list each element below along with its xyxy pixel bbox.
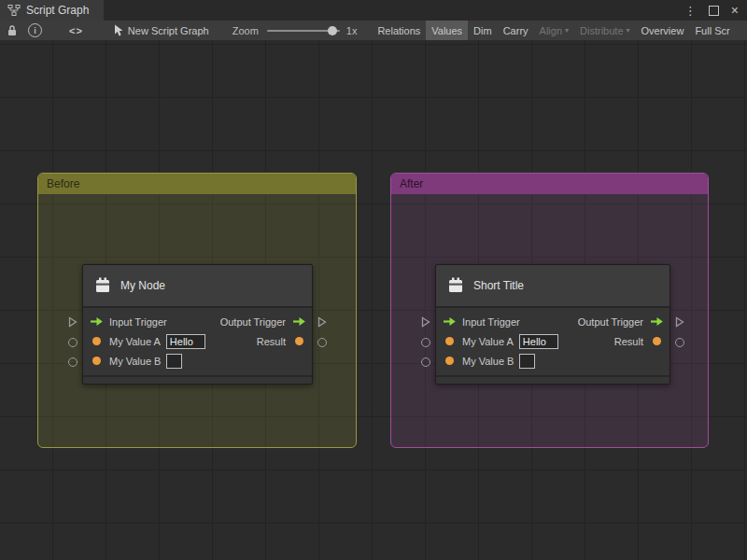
new-script-graph-label: New Script Graph <box>128 25 209 36</box>
node-footer <box>83 375 312 384</box>
fullscreen-button[interactable]: Full Scr <box>689 21 735 40</box>
value-port-icon[interactable] <box>442 356 457 367</box>
tab-script-graph[interactable]: Script Graph <box>0 0 104 21</box>
flow-out-icon[interactable] <box>649 316 664 328</box>
close-icon[interactable]: × <box>731 3 739 18</box>
dim-button[interactable]: Dim <box>468 21 498 40</box>
value-port-icon[interactable] <box>89 336 104 347</box>
value-port-icon[interactable] <box>89 356 104 367</box>
value-a-field[interactable] <box>166 334 205 349</box>
align-label: Align <box>540 25 562 36</box>
output-flow-port-icon[interactable] <box>675 316 684 328</box>
maximize-icon[interactable] <box>709 6 719 16</box>
port-label: My Value B <box>462 356 514 367</box>
port-row: Input Trigger Output Trigger <box>436 312 669 331</box>
port-row: My Value A Result <box>436 331 669 351</box>
port-row: Input Trigger Output Trigger <box>83 312 312 331</box>
value-a-field[interactable] <box>519 334 558 349</box>
pointer-icon <box>113 24 123 36</box>
port-label: My Value B <box>109 356 161 367</box>
align-dropdown[interactable]: Align ▾ <box>534 21 574 40</box>
value-b-field[interactable] <box>166 354 182 369</box>
group-after-header[interactable]: After <box>391 174 708 194</box>
zoom-label: Zoom <box>233 25 259 36</box>
output-value-port-icon[interactable] <box>317 338 327 347</box>
input-value-port-icon[interactable] <box>421 357 430 367</box>
unit-icon <box>93 276 112 295</box>
port-label: My Value A <box>462 336 514 347</box>
port-row: My Value A Result <box>83 331 312 351</box>
zoom-slider-knob[interactable] <box>328 26 337 35</box>
group-after-label: After <box>400 177 423 190</box>
carry-button[interactable]: Carry <box>498 21 534 40</box>
input-value-port-icon[interactable] <box>421 338 430 347</box>
node-title: Short Title <box>473 279 524 292</box>
node-my-node[interactable]: My Node Input Trigger Output Trigger <box>82 264 313 385</box>
flow-in-icon[interactable] <box>442 316 457 328</box>
input-value-port-icon[interactable] <box>68 338 78 347</box>
output-flow-port-icon[interactable] <box>317 316 327 328</box>
group-before-header[interactable]: Before <box>38 174 356 194</box>
lock-icon[interactable] <box>7 21 18 40</box>
script-graph-window: Script Graph ⋮ × i <> New Script Graph Z… <box>0 0 747 560</box>
code-icon[interactable]: <> <box>69 21 83 40</box>
tab-bar: Script Graph ⋮ × <box>0 0 747 21</box>
port-label: Result <box>614 336 643 347</box>
toolbar-buttons: Relations Values Dim Carry Align ▾ Distr… <box>372 21 735 40</box>
output-value-port-icon[interactable] <box>675 338 684 347</box>
port-label: Input Trigger <box>462 316 520 328</box>
node-header[interactable]: My Node <box>83 265 312 308</box>
window-controls: ⋮ × <box>684 0 747 21</box>
node-short-title[interactable]: Short Title Input Trigger Output Trigger <box>435 264 670 385</box>
value-b-field[interactable] <box>519 354 535 369</box>
graph-canvas[interactable]: Before After My Node <box>0 40 747 560</box>
info-icon[interactable]: i <box>28 23 42 37</box>
graph-toolbar: i <> New Script Graph Zoom 1x Relations … <box>0 21 747 41</box>
zoom-value: 1x <box>346 25 358 36</box>
input-flow-port-icon[interactable] <box>421 316 430 328</box>
input-flow-port-icon[interactable] <box>68 316 78 328</box>
node-header[interactable]: Short Title <box>436 265 669 308</box>
node-body: Input Trigger Output Trigger My Value A … <box>436 308 669 375</box>
port-label: My Value A <box>109 336 161 347</box>
new-script-graph-button[interactable]: New Script Graph <box>113 24 209 36</box>
relations-button[interactable]: Relations <box>372 21 426 40</box>
port-label: Input Trigger <box>109 316 167 328</box>
script-graph-icon <box>7 5 21 16</box>
node-body: Input Trigger Output Trigger My Value A … <box>83 308 312 375</box>
chevron-down-icon: ▾ <box>565 26 569 35</box>
unit-icon <box>446 276 465 295</box>
value-port-icon[interactable] <box>442 336 457 347</box>
zoom-slider[interactable] <box>267 30 340 32</box>
port-row: My Value B <box>436 351 669 371</box>
port-label: Output Trigger <box>220 316 286 328</box>
chevron-down-icon: ▾ <box>627 26 630 35</box>
port-row: My Value B <box>83 351 312 371</box>
input-value-port-icon[interactable] <box>68 357 78 367</box>
value-port-icon[interactable] <box>291 336 306 347</box>
flow-out-icon[interactable] <box>291 316 306 328</box>
flow-in-icon[interactable] <box>89 316 104 328</box>
values-button[interactable]: Values <box>426 21 468 40</box>
value-port-icon[interactable] <box>649 336 664 347</box>
distribute-dropdown[interactable]: Distribute ▾ <box>574 21 635 40</box>
port-label: Output Trigger <box>578 316 643 328</box>
node-footer <box>436 375 669 384</box>
distribute-label: Distribute <box>580 25 623 36</box>
tab-title: Script Graph <box>26 4 89 17</box>
overview-button[interactable]: Overview <box>636 21 690 40</box>
menu-icon[interactable]: ⋮ <box>684 4 697 18</box>
port-label: Result <box>257 336 286 347</box>
node-title: My Node <box>120 279 165 292</box>
group-before-label: Before <box>47 177 79 190</box>
